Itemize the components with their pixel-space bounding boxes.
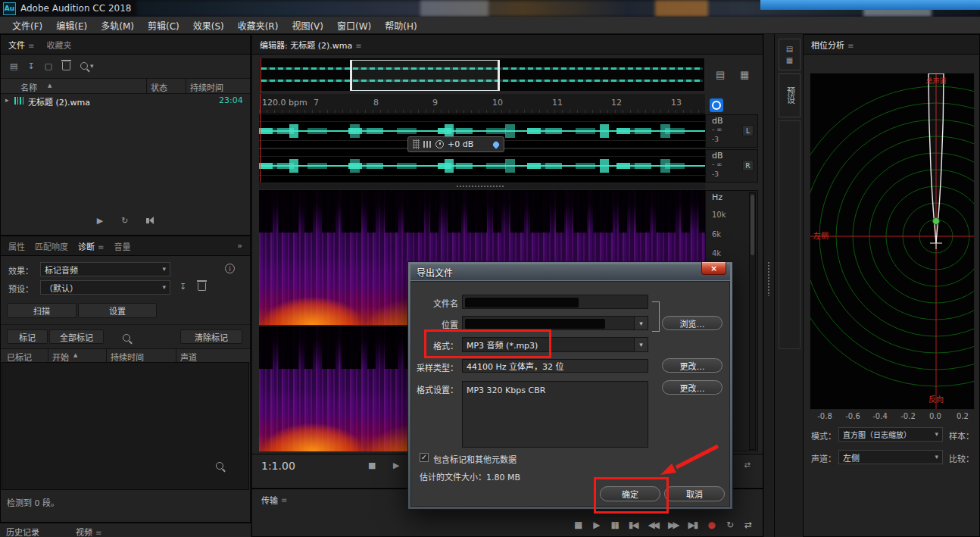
column-duration[interactable]: 持续时间 [190, 81, 223, 93]
zoom-icon[interactable] [216, 462, 223, 470]
files-search[interactable]: ▾ [80, 62, 94, 70]
panel-menu-icon[interactable]: ≡ [281, 496, 287, 504]
menu-edit[interactable]: 编辑(E) [50, 17, 93, 34]
skip-back-button[interactable]: ▮◀ [629, 520, 638, 530]
stop-button[interactable]: ■ [574, 520, 582, 530]
menu-help[interactable]: 帮助(H) [379, 17, 423, 34]
expand-chevron-icon[interactable]: ▸ [5, 97, 9, 104]
column-marked[interactable]: 已标记 [7, 351, 32, 363]
track-splitter[interactable] [259, 183, 705, 189]
column-status[interactable]: 状态 [151, 81, 167, 93]
record-button[interactable]: ● [707, 520, 715, 530]
menu-favorites[interactable]: 收藏夹(R) [232, 17, 285, 34]
timeline-ruler[interactable]: 120.0 bpm 7 8 9 10 11 12 13 [259, 94, 705, 114]
tab-video[interactable]: 视频≡ [76, 526, 101, 537]
tab-properties[interactable]: 属性 [8, 240, 25, 252]
markers-list[interactable] [2, 362, 249, 490]
menu-file[interactable]: 文件(F) [6, 17, 48, 34]
preview-play-icon[interactable]: ▶ [97, 217, 103, 225]
tab-files[interactable]: 文件≡ [8, 39, 34, 51]
info-icon[interactable]: i [225, 264, 235, 273]
column-channel[interactable]: 声道 [180, 351, 197, 363]
waveform-overview[interactable] [259, 58, 705, 92]
gain-hud[interactable]: +0 dB [407, 136, 504, 152]
panel-menu-icon[interactable]: ≡ [98, 243, 104, 251]
overview-selection[interactable] [350, 60, 500, 91]
panel-splitter[interactable] [764, 34, 774, 537]
dialog-title-bar[interactable]: 导出文件 [410, 264, 730, 280]
mark-button[interactable]: 标记 [7, 329, 48, 344]
menu-clip[interactable]: 剪辑(C) [142, 17, 186, 34]
loop-playback-button[interactable]: ↻ [726, 520, 734, 530]
hud-gain-value[interactable]: +0 dB [448, 139, 473, 149]
tab-phase-analysis[interactable]: 相位分析≡ [811, 39, 854, 51]
tab-history[interactable]: 历史记录 [6, 526, 39, 537]
menu-effects[interactable]: 效果(S) [187, 17, 230, 34]
waveform-track-right[interactable] [259, 149, 705, 183]
pin-icon[interactable] [492, 140, 500, 148]
save-preset-icon[interactable]: ↧ [179, 283, 186, 291]
mark-all-button[interactable]: 全部标记 [49, 329, 104, 344]
tab-match-loudness[interactable]: 匹配响度 [35, 240, 68, 252]
panel-menu-icon[interactable]: ≡ [355, 42, 361, 50]
collapsed-panel-tab[interactable] [779, 120, 801, 349]
metronome-toggle[interactable] [710, 98, 723, 112]
tab-editor[interactable]: 编辑器: 无标题 (2).wma≡ [260, 39, 362, 51]
new-file-icon[interactable]: ▢ [45, 62, 52, 70]
skip-selection-button[interactable]: ⇄ [744, 520, 752, 530]
menu-view[interactable]: 视图(V) [286, 17, 329, 34]
pause-button[interactable]: ▮▮ [611, 520, 618, 530]
overview-playhead[interactable] [261, 58, 261, 92]
waveform-view-icon[interactable]: ▤ [716, 70, 725, 80]
delete-file-icon[interactable] [62, 62, 70, 70]
menu-window[interactable]: 窗口(W) [331, 17, 377, 34]
format-dropdown-box[interactable]: ▾ [634, 338, 648, 351]
column-name[interactable]: 名称 [20, 81, 37, 93]
rewind-button[interactable]: ◀◀ [648, 520, 657, 530]
playhead[interactable] [260, 94, 261, 183]
tab-overflow-icon[interactable]: » [237, 242, 242, 250]
scrollbar-thumb[interactable] [751, 195, 754, 255]
dialog-close-button[interactable]: × [701, 262, 726, 275]
channel-select[interactable]: 左侧 ▾ [838, 450, 943, 464]
find-marker-icon[interactable] [123, 334, 130, 342]
menu-multitrack[interactable]: 多轨(M) [95, 17, 140, 34]
hud-grip-icon[interactable] [413, 139, 420, 149]
loop-preview-icon[interactable]: ↻ [121, 217, 128, 225]
spectral-view-icon[interactable]: ▦ [740, 70, 749, 80]
vertical-scrollbar[interactable] [749, 192, 756, 450]
fast-forward-button[interactable]: ▶▶ [668, 520, 677, 530]
browse-button[interactable]: 浏览… [662, 316, 723, 330]
panel-menu-icon[interactable]: ≡ [28, 42, 34, 50]
preset-select[interactable]: （默认） ▾ [40, 280, 170, 295]
auto-play-speaker-icon[interactable] [146, 218, 149, 223]
tab-amplitude[interactable]: 音量 [114, 240, 130, 252]
clear-markers-button[interactable]: 清除标记 [180, 329, 242, 344]
search-dropdown-icon[interactable]: ▾ [90, 63, 94, 70]
collapsed-panel-tab[interactable]: ▤ ▦ [779, 39, 801, 70]
scan-button[interactable]: 扫描 [7, 303, 76, 318]
tab-diagnostics[interactable]: 诊断≡ [78, 240, 104, 252]
column-start[interactable]: 开始 [52, 351, 69, 363]
presets-collapsed-tab[interactable]: 预设 [779, 73, 801, 117]
play-button[interactable]: ▶ [593, 520, 600, 530]
file-row[interactable]: ▸ 无标题 (2).wma 23:04 [1, 93, 250, 108]
column-duration[interactable]: 持续时间 [111, 351, 144, 363]
effect-select[interactable]: 标记音频 ▾ [40, 262, 170, 276]
delete-preset-icon[interactable] [198, 283, 206, 291]
cancel-button[interactable]: 取消 [664, 486, 725, 501]
panel-menu-icon[interactable]: ≡ [847, 42, 854, 50]
location-dropdown-box[interactable]: ▾ [634, 317, 648, 329]
phase-display[interactable]: 总声道 左侧 反向 [810, 73, 975, 410]
import-file-icon[interactable]: ↧ [27, 62, 34, 70]
mini-play-icon[interactable]: ▶ [393, 461, 399, 470]
tab-favorites[interactable]: 收藏夹 [46, 39, 71, 51]
change-sample-type-button[interactable]: 更改… [662, 358, 723, 373]
filename-input[interactable] [462, 295, 648, 309]
include-metadata-checkbox[interactable]: ✓ [420, 453, 429, 462]
scroll-arrows-icon[interactable]: ⇄ [744, 461, 752, 469]
settings-button[interactable]: 设置 [78, 303, 157, 318]
channel-left-button[interactable]: L [742, 125, 754, 136]
change-format-settings-button[interactable]: 更改… [662, 380, 723, 395]
channel-right-button[interactable]: R [742, 160, 754, 171]
